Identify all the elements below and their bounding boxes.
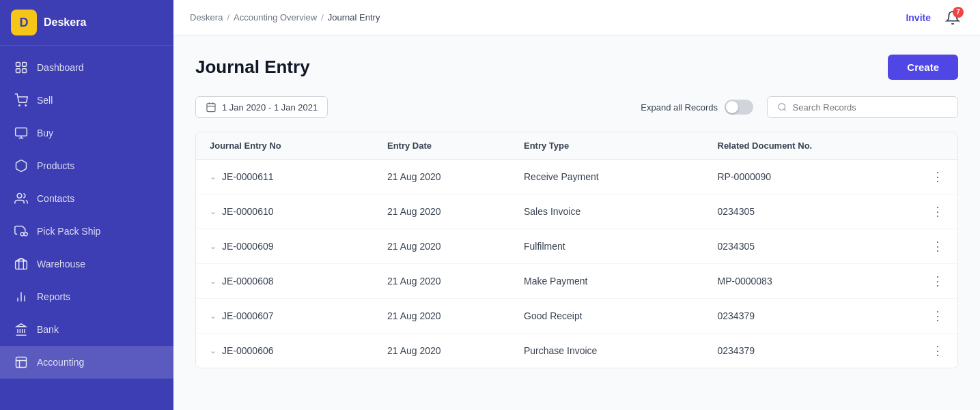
col-header-related-doc: Related Document No. — [718, 141, 912, 151]
cell-entry-type: Good Receipt — [524, 310, 718, 321]
page-title: Journal Entry — [195, 57, 310, 78]
bank-icon — [14, 322, 29, 337]
chevron-icon[interactable]: ⌄ — [210, 311, 216, 321]
more-options-button[interactable]: ⋮ — [911, 204, 944, 219]
sidebar-item-warehouse[interactable]: Warehouse — [0, 248, 173, 280]
col-header-entry-no: Journal Entry No — [210, 141, 387, 151]
sidebar-label-pick-pack-ship: Pick Pack Ship — [37, 226, 100, 237]
chevron-icon[interactable]: ⌄ — [210, 207, 216, 216]
date-filter[interactable]: 1 Jan 2020 - 1 Jan 2021 — [195, 96, 328, 118]
sidebar-label-products: Products — [37, 160, 74, 171]
cell-entry-type: Purchase Invoice — [524, 345, 718, 356]
reports-icon — [14, 289, 29, 304]
entry-no-value: JE-0000611 — [222, 171, 274, 182]
cell-related-doc: 0234379 — [718, 345, 912, 356]
more-options-button[interactable]: ⋮ — [911, 274, 944, 289]
page-header: Journal Entry Create — [195, 55, 958, 80]
svg-point-4 — [19, 105, 20, 106]
sell-icon — [14, 93, 29, 108]
cell-related-doc: RP-0000090 — [718, 171, 912, 182]
breadcrumb: Deskera / Accounting Overview / Journal … — [190, 12, 380, 23]
cell-entry-no: ⌄ JE-0000611 — [210, 171, 387, 182]
cell-entry-no: ⌄ JE-0000609 — [210, 241, 387, 252]
more-options-button[interactable]: ⋮ — [911, 239, 944, 254]
notification-button[interactable]: 7 — [942, 7, 964, 29]
entry-no-value: JE-0000607 — [222, 310, 274, 321]
products-icon — [14, 158, 29, 173]
breadcrumb-sep-2: / — [321, 12, 324, 23]
toggle-knob — [726, 101, 738, 113]
expand-toggle: Expand all Records — [641, 100, 753, 115]
ship-icon — [14, 224, 29, 239]
table-row: ⌄ JE-0000606 21 Aug 2020 Purchase Invoic… — [196, 334, 957, 368]
cell-entry-type: Receive Payment — [524, 171, 718, 182]
sidebar-label-reports: Reports — [37, 291, 70, 302]
journal-entry-table: Journal Entry No Entry Date Entry Type R… — [195, 132, 958, 368]
app-logo[interactable]: D — [11, 10, 37, 35]
more-options-button[interactable]: ⋮ — [911, 169, 944, 184]
more-options-button[interactable]: ⋮ — [911, 343, 944, 358]
sidebar-item-buy[interactable]: Buy — [0, 117, 173, 149]
svg-point-7 — [17, 194, 22, 199]
sidebar-item-sell[interactable]: Sell — [0, 84, 173, 117]
expand-toggle-switch[interactable] — [725, 100, 753, 115]
date-range-label: 1 Jan 2020 - 1 Jan 2021 — [222, 102, 318, 113]
cell-entry-date: 21 Aug 2020 — [387, 206, 524, 217]
svg-rect-2 — [16, 69, 20, 73]
col-header-actions — [911, 141, 944, 151]
sidebar-label-bank: Bank — [37, 324, 59, 335]
search-icon — [777, 102, 787, 113]
col-header-entry-date: Entry Date — [387, 141, 524, 151]
topbar: Deskera / Accounting Overview / Journal … — [173, 0, 980, 35]
cell-entry-date: 21 Aug 2020 — [387, 345, 524, 356]
breadcrumb-accounting[interactable]: Accounting Overview — [234, 12, 317, 23]
cell-related-doc: 0234305 — [718, 206, 912, 217]
cell-entry-date: 21 Aug 2020 — [387, 241, 524, 252]
warehouse-icon — [14, 257, 29, 272]
sidebar-nav: Dashboard Sell Buy Products — [0, 46, 173, 410]
svg-line-26 — [784, 109, 786, 111]
cell-entry-type: Make Payment — [524, 276, 718, 287]
cell-entry-no: ⌄ JE-0000607 — [210, 310, 387, 321]
chevron-icon[interactable]: ⌄ — [210, 172, 216, 181]
svg-point-5 — [25, 105, 27, 106]
main-content: Deskera / Accounting Overview / Journal … — [173, 0, 980, 410]
cell-entry-type: Fulfilment — [524, 241, 718, 252]
table-header: Journal Entry No Entry Date Entry Type R… — [196, 132, 957, 160]
sidebar-label-sell: Sell — [37, 95, 53, 106]
chevron-icon[interactable]: ⌄ — [210, 241, 216, 251]
create-button[interactable]: Create — [888, 55, 958, 80]
svg-rect-21 — [207, 104, 215, 112]
sidebar-item-reports[interactable]: Reports — [0, 280, 173, 313]
svg-point-9 — [24, 233, 27, 236]
breadcrumb-deskera[interactable]: Deskera — [190, 12, 223, 23]
svg-rect-1 — [23, 63, 27, 67]
chevron-icon[interactable]: ⌄ — [210, 276, 216, 286]
chevron-icon[interactable]: ⌄ — [210, 346, 216, 355]
search-input[interactable] — [793, 102, 948, 113]
svg-rect-6 — [16, 128, 27, 136]
sidebar-label-dashboard: Dashboard — [37, 62, 84, 73]
svg-rect-3 — [23, 69, 27, 73]
cell-related-doc: 0234379 — [718, 310, 912, 321]
content-area: Journal Entry Create 1 Jan 2020 - 1 Jan … — [173, 35, 980, 410]
sidebar-item-contacts[interactable]: Contacts — [0, 182, 173, 215]
breadcrumb-journal-entry: Journal Entry — [328, 12, 380, 23]
sidebar-item-products[interactable]: Products — [0, 149, 173, 182]
invite-button[interactable]: Invite — [906, 12, 931, 23]
cell-entry-date: 21 Aug 2020 — [387, 171, 524, 182]
sidebar-item-bank[interactable]: Bank — [0, 313, 173, 346]
svg-rect-10 — [16, 261, 27, 269]
toolbar: 1 Jan 2020 - 1 Jan 2021 Expand all Recor… — [195, 96, 958, 118]
contacts-icon — [14, 191, 29, 206]
svg-marker-19 — [16, 324, 25, 327]
more-options-button[interactable]: ⋮ — [911, 308, 944, 323]
cell-entry-no: ⌄ JE-0000608 — [210, 276, 387, 287]
cell-related-doc: MP-0000083 — [718, 276, 912, 287]
cell-entry-no: ⌄ JE-0000606 — [210, 345, 387, 356]
sidebar-item-dashboard[interactable]: Dashboard — [0, 51, 173, 84]
table-body: ⌄ JE-0000611 21 Aug 2020 Receive Payment… — [196, 160, 957, 368]
sidebar-item-accounting[interactable]: Accounting — [0, 346, 173, 379]
sidebar-item-pick-pack-ship[interactable]: Pick Pack Ship — [0, 215, 173, 248]
breadcrumb-sep-1: / — [227, 12, 229, 23]
